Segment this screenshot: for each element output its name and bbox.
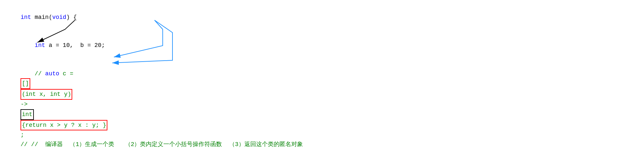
- box-int-return-type: int: [21, 109, 34, 120]
- code-area: int main(void) { int a = 10, b = 20; // …: [0, 0, 644, 163]
- code-line-3: // auto c = [] (int x, int y) -> int {re…: [7, 60, 637, 159]
- code-line-2: int a = 10, b = 20;: [7, 31, 637, 59]
- code-line-4: class Z4XXX{: [7, 159, 637, 163]
- code-line-1: int main(void) {: [7, 3, 637, 31]
- box-lambda-capture: []: [21, 78, 30, 89]
- box-lambda-body: {return x > y ? x : y; }: [21, 120, 107, 131]
- box-lambda-params: (int x, int y): [21, 89, 72, 100]
- kw-int-main: int: [21, 14, 31, 21]
